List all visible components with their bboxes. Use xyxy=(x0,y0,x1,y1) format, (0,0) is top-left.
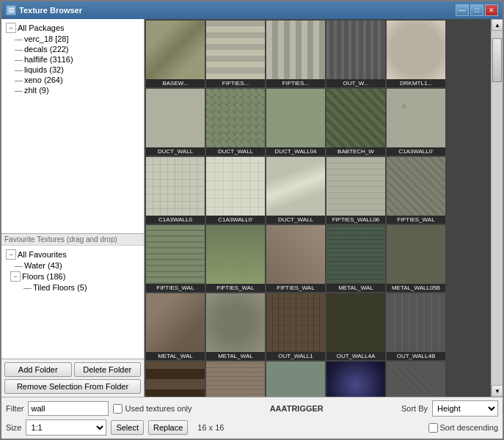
texture-item[interactable]: DUCT_WALL04 xyxy=(266,89,325,155)
tree-item-all-packages[interactable]: − All Packages xyxy=(3,22,144,34)
texture-thumbnail xyxy=(146,225,205,284)
texture-name-label: C1A3WALL0' xyxy=(387,147,445,155)
texture-thumbnail xyxy=(266,362,325,397)
texture-thumbnail xyxy=(206,225,265,284)
texture-thumbnail xyxy=(326,157,385,216)
texture-item[interactable]: FIFTIES_WAL xyxy=(146,225,205,292)
scroll-down-button[interactable]: ▼ xyxy=(492,385,503,397)
sort-by-select[interactable]: Height Width Name xyxy=(432,400,498,417)
scrollbar[interactable]: ▲ ▼ xyxy=(491,19,503,397)
texture-thumbnail xyxy=(266,225,325,284)
bottom-row-1: Filter Used textures only AAATRIGGER Sor… xyxy=(6,400,498,417)
tree-dash-decals: — xyxy=(15,45,23,54)
remove-selection-button[interactable]: Remove Selection From Folder xyxy=(4,379,141,394)
expand-icon-all-favourites[interactable]: − xyxy=(6,249,16,260)
texture-item[interactable]: DRKMTLT_WAL xyxy=(326,362,385,397)
tree-label-water: Water (43) xyxy=(24,261,62,270)
texture-thumbnail xyxy=(146,21,205,79)
tree-label-liquids: liquids (32) xyxy=(24,65,64,74)
scroll-up-button[interactable]: ▲ xyxy=(492,19,503,31)
maximize-button[interactable]: □ xyxy=(470,4,483,16)
size-label: Size xyxy=(6,423,21,432)
texture-item[interactable]: DUCT_WALL xyxy=(146,89,205,155)
tree-item-decals[interactable]: — decals (222) xyxy=(7,44,144,54)
select-button[interactable]: Select xyxy=(111,420,144,435)
texture-item[interactable]: BABTECH_W xyxy=(326,89,385,155)
tree-item-xeno[interactable]: — xeno (264) xyxy=(7,75,144,85)
expand-icon-floors[interactable]: − xyxy=(10,271,21,282)
texture-item[interactable]: DRKMTL1... xyxy=(387,21,445,87)
minimize-button[interactable]: — xyxy=(456,4,469,16)
tree-item-halflife[interactable]: — halflife (3116) xyxy=(7,54,144,65)
tree-label-xeno: xeno (264) xyxy=(24,76,63,84)
texture-item[interactable]: DUCT_WALL xyxy=(206,89,265,155)
texture-item[interactable]: METAL_WALL05B xyxy=(387,225,445,292)
packages-tree[interactable]: − All Packages — verc_18 [28] — decals (… xyxy=(1,19,144,234)
tree-item-floors[interactable]: − Floors (186) xyxy=(7,271,144,282)
texture-item[interactable]: WET_WALL0 xyxy=(206,362,265,397)
texture-item[interactable]: C1A3WALL0 xyxy=(146,157,205,224)
tree-item-liquids[interactable]: — liquids (32) xyxy=(7,65,144,75)
texture-item[interactable]: METAL_WAL xyxy=(146,293,205,360)
replace-button[interactable]: Replace xyxy=(148,420,188,435)
texture-grid[interactable]: BASEW...FIFTIES...FIFTIES...OUT_W...DRKM… xyxy=(145,19,491,397)
tree-item-zhlt[interactable]: — zhlt (9) xyxy=(7,85,144,95)
texture-item[interactable]: DRKMTLT_WALL07 xyxy=(387,362,445,397)
texture-item[interactable]: METAL_WAL xyxy=(206,293,265,360)
texture-thumbnail xyxy=(206,157,265,216)
tree-label-tiled-floors: Tiled Floors (5) xyxy=(33,283,87,292)
texture-item[interactable]: OUT_WALL4A xyxy=(326,293,385,360)
texture-thumbnail xyxy=(146,157,205,216)
window-title: Texture Browser xyxy=(19,6,82,15)
scrollbar-thumb[interactable] xyxy=(492,38,502,82)
texture-name-label: DUCT_WALL xyxy=(206,147,265,155)
sort-desc-wrap: Sort descending xyxy=(428,423,499,433)
tree-dash-water: — xyxy=(15,261,23,270)
tree-label-zhlt: zhlt (9) xyxy=(24,86,49,95)
texture-item[interactable]: BASEW... xyxy=(146,21,205,87)
title-bar-left: 🖼 Texture Browser xyxy=(6,5,82,15)
used-textures-checkbox[interactable] xyxy=(113,404,123,414)
close-button[interactable]: ✕ xyxy=(485,4,498,16)
texture-name-label: OUT_WALL4A xyxy=(326,352,385,360)
texture-item[interactable]: FIFTIES_WAL xyxy=(206,225,265,292)
favourites-tree[interactable]: − All Favourites — Water (43) − Floors (… xyxy=(1,246,144,359)
texture-item[interactable]: OUT_WALL5 xyxy=(146,362,205,397)
texture-item[interactable]: METAL_WAL xyxy=(326,225,385,292)
tree-item-verc18[interactable]: — verc_18 [28] xyxy=(7,34,144,44)
texture-name-label: METAL_WAL xyxy=(146,352,205,360)
add-folder-button[interactable]: Add Folder xyxy=(4,362,72,377)
texture-thumbnail xyxy=(326,362,385,397)
bottom-bar: Filter Used textures only AAATRIGGER Sor… xyxy=(1,397,503,439)
texture-item[interactable]: WET_WALL0 xyxy=(266,362,325,397)
tree-item-water[interactable]: — Water (43) xyxy=(7,260,144,271)
texture-item[interactable]: C1A3WALL0' xyxy=(206,157,265,224)
texture-item[interactable]: C1A3WALL0' xyxy=(387,89,445,155)
texture-item[interactable]: DUCT_WALL xyxy=(266,157,325,224)
tree-item-all-favourites[interactable]: − All Favourites xyxy=(3,249,144,260)
texture-thumbnail xyxy=(326,89,385,147)
tree-dash-tiled: — xyxy=(23,283,32,292)
texture-item[interactable]: FIFTIES_WAL xyxy=(387,157,445,224)
texture-name-label: METAL_WAL xyxy=(206,352,265,360)
texture-item[interactable]: OUT_W... xyxy=(326,21,385,87)
action-buttons: Add Folder Delete Folder Remove Selectio… xyxy=(1,359,144,397)
texture-item[interactable]: FIFTIES_WALL06 xyxy=(326,157,385,224)
filter-input[interactable] xyxy=(28,401,109,416)
texture-item[interactable]: OUT_WALL4B xyxy=(387,293,445,360)
texture-item[interactable]: FIFTIES_WAL xyxy=(266,225,325,292)
expand-icon-all-packages[interactable]: − xyxy=(6,23,16,33)
texture-item[interactable]: FIFTIES... xyxy=(266,21,325,87)
sort-descending-checkbox[interactable] xyxy=(428,423,438,433)
delete-folder-button[interactable]: Delete Folder xyxy=(74,362,142,377)
favourites-label: Favourite Textures (drag and drop) xyxy=(1,234,144,246)
texture-thumbnail xyxy=(206,21,265,79)
scrollbar-track[interactable] xyxy=(492,31,503,385)
tree-item-tiled-floors[interactable]: — Tiled Floors (5) xyxy=(16,282,144,293)
size-select[interactable]: 1:1 1:2 1:4 2:1 xyxy=(26,419,106,436)
texture-item[interactable]: OUT_WALL1 xyxy=(266,293,325,360)
texture-name-label: OUT_WALL1 xyxy=(266,352,325,360)
texture-name-label: FIFTIES_WAL xyxy=(146,284,205,292)
tree-label-halflife: halflife (3116) xyxy=(24,55,73,64)
texture-item[interactable]: FIFTIES... xyxy=(206,21,265,87)
